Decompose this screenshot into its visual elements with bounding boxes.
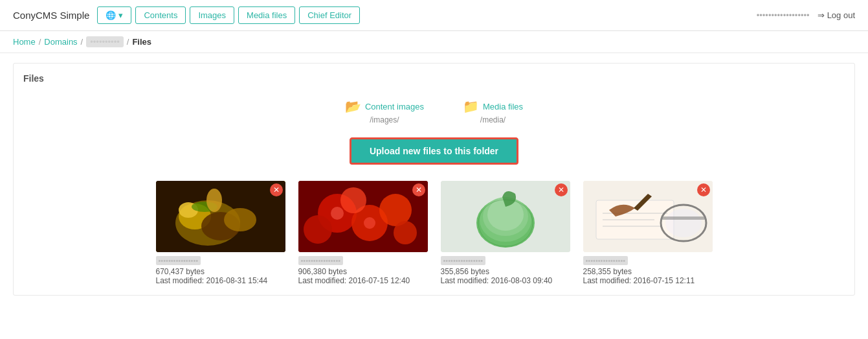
breadcrumb-sep-3: /: [127, 37, 129, 47]
image-meta-3: •••••••••••••••• 355,856 bytes Last modi…: [441, 255, 570, 285]
svg-point-13: [340, 187, 366, 213]
main-content: Files 📂 Content images /images/ 📁 Media …: [0, 53, 868, 305]
image-size-1: 670,437 bytes: [156, 267, 285, 276]
remove-btn-1[interactable]: ✕: [270, 183, 283, 196]
globe-dropdown-icon: ▾: [118, 10, 123, 20]
image-wrapper-4: ✕: [583, 181, 713, 252]
folder-name-media-files: Media files: [483, 102, 523, 111]
folder-path-content-images: /images/: [370, 115, 399, 124]
svg-point-14: [394, 221, 417, 244]
remove-btn-4[interactable]: ✕: [697, 183, 710, 196]
folder-content-images[interactable]: 📂 Content images /images/: [345, 99, 424, 124]
svg-point-15: [331, 207, 344, 220]
folder-row: 📂 Content images /images/ 📁 Media files …: [23, 99, 845, 124]
app-title: ConyCMS Simple: [13, 10, 89, 21]
svg-point-4: [224, 208, 256, 231]
image-wrapper-2: ✕: [298, 181, 428, 252]
image-filename-3: ••••••••••••••••: [441, 256, 486, 265]
thumb-svg-3: [441, 181, 570, 252]
files-container: Files 📂 Content images /images/ 📁 Media …: [13, 63, 855, 296]
breadcrumb-current: Files: [132, 37, 151, 47]
thumb-svg-4: [583, 181, 713, 252]
image-modified-2: Last modified: 2016-07-15 12:40: [298, 276, 428, 285]
header: ConyCMS Simple 🌐 ▾ Contents Images Media…: [0, 0, 868, 31]
upload-button[interactable]: Upload new files to this folder: [350, 137, 518, 165]
breadcrumb-sep-2: /: [81, 37, 83, 47]
breadcrumb-domain: ••••••••••: [86, 36, 124, 47]
image-modified-3: Last modified: 2016-08-03 09:40: [441, 276, 570, 285]
image-wrapper-1: ✕: [156, 181, 285, 252]
nav-btn-contents[interactable]: Contents: [135, 6, 186, 24]
image-meta-4: •••••••••••••••• 258,355 bytes Last modi…: [583, 255, 713, 285]
image-wrapper-3: ✕: [441, 181, 570, 252]
logout-label: Log out: [827, 10, 855, 20]
svg-point-7: [206, 189, 222, 212]
remove-btn-3[interactable]: ✕: [555, 183, 568, 196]
image-meta-1: •••••••••••••••• 670,437 bytes Last modi…: [156, 255, 285, 285]
image-size-2: 906,380 bytes: [298, 267, 428, 276]
image-modified-1: Last modified: 2016-08-31 15:44: [156, 276, 285, 285]
folder-icon-media-files: 📁: [463, 99, 479, 114]
image-card-4: ✕ •••••••••••••••• 258,355 bytes Last mo…: [583, 181, 713, 285]
breadcrumb-domains[interactable]: Domains: [44, 37, 77, 47]
svg-point-16: [364, 217, 375, 229]
image-card-3: ✕ •••••••••••••••• 355,856 bytes Last mo…: [441, 181, 570, 285]
image-modified-4: Last modified: 2016-07-15 12:11: [583, 276, 713, 285]
thumb-svg-1: [156, 181, 285, 252]
image-size-3: 355,856 bytes: [441, 267, 570, 276]
image-card-2: ✕ •••••••••••••••• 906,380 bytes Last mo…: [298, 181, 428, 285]
image-filename-2: ••••••••••••••••: [298, 256, 344, 265]
upload-row: Upload new files to this folder: [23, 137, 845, 165]
breadcrumb-home[interactable]: Home: [13, 37, 36, 47]
thumb-svg-2: [298, 181, 428, 252]
header-right: •••••••••••••••••• ⇒ Log out: [757, 10, 855, 20]
breadcrumb-sep-1: /: [39, 37, 41, 47]
image-filename-1: ••••••••••••••••: [156, 256, 201, 265]
nav-btn-chief-editor[interactable]: Chief Editor: [299, 6, 360, 24]
svg-point-30: [665, 209, 702, 237]
svg-rect-31: [661, 216, 706, 220]
nav-btn-media[interactable]: Media files: [238, 6, 295, 24]
nav-buttons: 🌐 ▾ Contents Images Media files Chief Ed…: [97, 6, 360, 24]
logout-icon: ⇒: [818, 10, 825, 20]
section-title: Files: [23, 73, 845, 89]
logout-button[interactable]: ⇒ Log out: [818, 10, 855, 20]
folder-path-media-files: /media/: [480, 115, 506, 124]
remove-btn-2[interactable]: ✕: [412, 183, 425, 196]
globe-icon: 🌐: [106, 10, 116, 20]
image-filename-4: ••••••••••••••••: [583, 256, 629, 265]
image-card-1: ✕ •••••••••••••••• 670,437 bytes Last mo…: [156, 181, 285, 285]
breadcrumb: Home / Domains / •••••••••• / Files: [0, 31, 868, 53]
svg-point-12: [304, 215, 332, 244]
folder-icon-content-images: 📂: [345, 99, 361, 114]
image-meta-2: •••••••••••••••• 906,380 bytes Last modi…: [298, 255, 428, 285]
header-left: ConyCMS Simple 🌐 ▾ Contents Images Media…: [13, 6, 360, 24]
image-size-4: 258,355 bytes: [583, 267, 713, 276]
image-grid: ✕ •••••••••••••••• 670,437 bytes Last mo…: [23, 181, 845, 285]
user-display: ••••••••••••••••••: [757, 10, 810, 20]
globe-button[interactable]: 🌐 ▾: [97, 6, 131, 24]
folder-media-files[interactable]: 📁 Media files /media/: [463, 99, 523, 124]
nav-btn-images[interactable]: Images: [190, 6, 234, 24]
folder-name-content-images: Content images: [365, 102, 424, 111]
